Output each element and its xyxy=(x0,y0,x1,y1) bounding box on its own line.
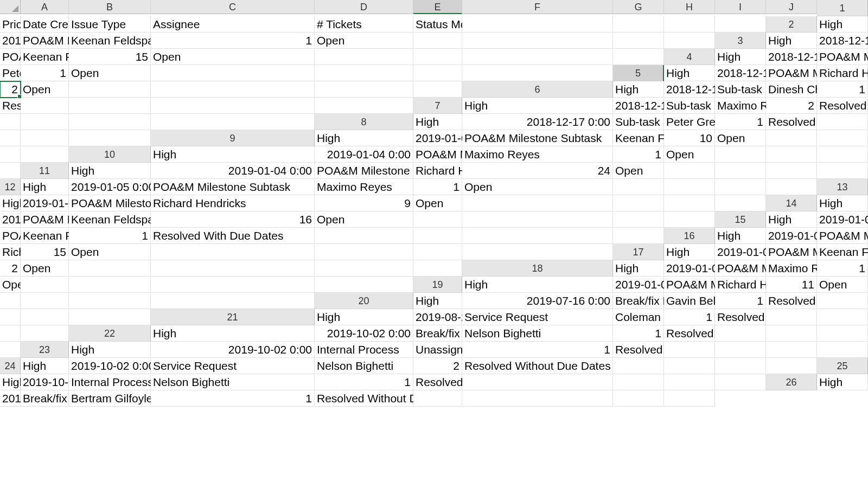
cell-E23[interactable]: 1 xyxy=(462,342,613,358)
cell-F13[interactable]: Open xyxy=(413,195,462,211)
cell-G10[interactable] xyxy=(715,146,766,163)
cell-H5[interactable] xyxy=(151,81,315,98)
cell-J18[interactable] xyxy=(315,277,413,293)
cell-C24[interactable]: Service Request xyxy=(151,358,315,374)
cell-D14[interactable]: Keenan Feldspar xyxy=(69,211,151,228)
cell-C4[interactable]: POA&M Milestone Subtask xyxy=(817,49,868,65)
cell-G2[interactable] xyxy=(413,33,462,49)
cell-I15[interactable] xyxy=(462,228,613,244)
cell-I7[interactable] xyxy=(69,114,151,130)
cell-A6[interactable]: High xyxy=(613,81,664,98)
cell-A15[interactable]: High xyxy=(766,211,817,228)
cell-I4[interactable] xyxy=(413,65,462,81)
column-header-B[interactable]: B xyxy=(69,0,151,14)
row-header-18[interactable]: 18 xyxy=(462,260,613,277)
cell-D11[interactable]: Richard Hendricks xyxy=(413,163,462,179)
select-all-corner[interactable] xyxy=(0,0,21,14)
cell-C5[interactable]: POA&M Milestone Subtask xyxy=(766,65,817,81)
cell-G21[interactable] xyxy=(766,309,817,325)
row-header-15[interactable]: 15 xyxy=(715,211,766,228)
column-header-H[interactable]: H xyxy=(664,0,715,14)
cell-I24[interactable] xyxy=(715,358,766,374)
cell-G17[interactable] xyxy=(69,260,151,277)
cell-B7[interactable]: 2018-12-17 0:00 xyxy=(613,98,664,114)
cell-J8[interactable] xyxy=(69,130,151,146)
cell-H18[interactable] xyxy=(69,277,151,293)
cell-C22[interactable]: Break/fix Response xyxy=(413,325,462,342)
cell-J5[interactable] xyxy=(413,81,462,98)
cell-F2[interactable]: Open xyxy=(315,33,413,49)
column-header-G[interactable]: G xyxy=(613,0,664,14)
cell-J13[interactable] xyxy=(715,195,766,211)
cell-E19[interactable]: 11 xyxy=(766,277,817,293)
cell-I18[interactable] xyxy=(151,277,315,293)
cell-B5[interactable]: 2018-12-17 0:00 xyxy=(715,65,766,81)
cell-G25[interactable] xyxy=(462,374,613,390)
cell-A10[interactable]: High xyxy=(151,146,315,163)
cell-F19[interactable]: Open xyxy=(817,277,868,293)
cell-A19[interactable]: High xyxy=(462,277,613,293)
cell-D22[interactable]: Nelson Bighetti xyxy=(462,325,613,342)
cell-G24[interactable] xyxy=(613,358,664,374)
cell-A1[interactable]: Priority xyxy=(0,16,21,33)
cell-I16[interactable] xyxy=(413,244,462,260)
cell-H20[interactable] xyxy=(0,309,21,325)
cell-I23[interactable] xyxy=(766,342,817,358)
cell-F18[interactable]: Open xyxy=(0,277,21,293)
cell-J11[interactable] xyxy=(817,163,868,179)
cell-H14[interactable] xyxy=(462,211,613,228)
cell-E8[interactable]: 1 xyxy=(715,114,766,130)
row-header-11[interactable]: 11 xyxy=(21,163,69,179)
row-header-6[interactable]: 6 xyxy=(462,81,613,98)
cell-E22[interactable]: 1 xyxy=(613,325,664,342)
cell-D19[interactable]: Richard Hendricks xyxy=(715,277,766,293)
cell-H13[interactable] xyxy=(613,195,664,211)
cell-A20[interactable]: High xyxy=(413,293,462,309)
cell-G6[interactable] xyxy=(21,98,69,114)
cell-H22[interactable] xyxy=(766,325,817,342)
cell-I1[interactable] xyxy=(664,16,715,33)
cell-B26[interactable]: 2019-10-07 0:00 xyxy=(0,390,21,407)
cell-A2[interactable]: High xyxy=(817,16,868,33)
cell-C10[interactable]: POA&M Milestone Subtask xyxy=(413,146,462,163)
cell-C26[interactable]: Break/fix Response xyxy=(21,390,69,407)
row-header-13[interactable]: 13 xyxy=(817,179,868,195)
cell-I19[interactable] xyxy=(69,293,151,309)
cell-I5[interactable] xyxy=(315,81,413,98)
cell-J3[interactable] xyxy=(613,49,664,65)
cell-I10[interactable] xyxy=(817,146,868,163)
cell-E20[interactable]: 1 xyxy=(715,293,766,309)
cell-E26[interactable]: 1 xyxy=(151,390,315,407)
cell-D1[interactable]: Assignee xyxy=(151,16,315,33)
cell-G18[interactable] xyxy=(21,277,69,293)
cell-C23[interactable]: Internal Process xyxy=(315,342,413,358)
cell-J14[interactable] xyxy=(664,211,715,228)
cell-B25[interactable]: 2019-10-04 0:00 xyxy=(21,374,69,390)
cell-C1[interactable]: Issue Type xyxy=(69,16,151,33)
cell-J9[interactable] xyxy=(21,146,69,163)
cell-D2[interactable]: Keenan Feldspar xyxy=(69,33,151,49)
cell-H6[interactable] xyxy=(69,98,151,114)
cell-C8[interactable]: Sub-task xyxy=(613,114,664,130)
cell-J16[interactable] xyxy=(462,244,613,260)
column-header-E[interactable]: E xyxy=(413,0,462,14)
cell-C9[interactable]: POA&M Milestone Subtask xyxy=(462,130,613,146)
cell-A12[interactable]: High xyxy=(21,179,69,195)
spreadsheet-grid[interactable]: ABCDEFGHIJ1PriorityDate CreatedIssue Typ… xyxy=(0,0,868,407)
cell-D26[interactable]: Bertram Gilfoyle xyxy=(69,390,151,407)
cell-H1[interactable] xyxy=(613,16,664,33)
cell-G11[interactable] xyxy=(664,163,715,179)
cell-D5[interactable]: Richard Hendricks xyxy=(817,65,868,81)
cell-J19[interactable] xyxy=(151,293,315,309)
cell-A26[interactable]: High xyxy=(817,374,868,390)
cell-C2[interactable]: POA&M Milestone Subtask xyxy=(21,33,69,49)
cell-F12[interactable]: Open xyxy=(462,179,613,195)
cell-B19[interactable]: 2019-01-08 0:00 xyxy=(613,277,664,293)
cell-I21[interactable] xyxy=(0,325,21,342)
row-header-7[interactable]: 7 xyxy=(413,98,462,114)
cell-G4[interactable] xyxy=(151,65,315,81)
cell-B2[interactable]: 2018-11-14 0:00 xyxy=(0,33,21,49)
cell-F22[interactable]: Resolved With Due Dates xyxy=(664,325,715,342)
row-header-20[interactable]: 20 xyxy=(315,293,413,309)
cell-F9[interactable]: Open xyxy=(715,130,766,146)
